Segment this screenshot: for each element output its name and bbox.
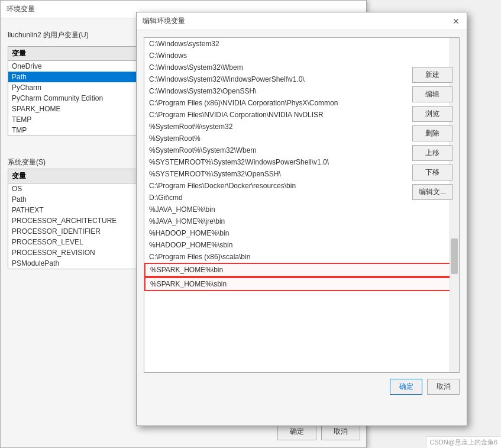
env-window-title: 环境变量 bbox=[7, 4, 35, 14]
path-item-18[interactable]: C:\Program Files (x86)\scala\bin bbox=[144, 251, 459, 263]
browse-button[interactable]: 浏览 bbox=[412, 106, 452, 122]
dialog-confirm-button[interactable]: 确定 bbox=[390, 379, 422, 395]
path-item-0[interactable]: C:\Windows\system32 bbox=[144, 38, 459, 50]
path-item-19[interactable]: %SPARK_HOME%\bin bbox=[144, 263, 459, 277]
edit-button[interactable]: 编辑 bbox=[412, 86, 452, 102]
path-list-wrapper: C:\Windows\system32 C:\Windows C:\Window… bbox=[144, 37, 460, 373]
path-item-16[interactable]: %HADOOP_HOME%\bin bbox=[144, 227, 459, 239]
path-item-17[interactable]: %HADOOP_HOME%\sbin bbox=[144, 239, 459, 251]
scrollbar-thumb[interactable] bbox=[451, 238, 458, 274]
dialog-right-buttons: 新建 编辑 浏览 删除 上移 下移 编辑文... bbox=[412, 67, 452, 200]
edit-text-button[interactable]: 编辑文... bbox=[412, 184, 452, 200]
dialog-titlebar: 编辑环境变量 ✕ bbox=[137, 12, 467, 30]
dialog-content: C:\Windows\system32 C:\Windows C:\Window… bbox=[137, 30, 467, 402]
watermark: CSDN@悬崖上的金鱼6 bbox=[426, 436, 501, 448]
edit-dialog: 编辑环境变量 ✕ C:\Windows\system32 C:\Windows … bbox=[136, 12, 467, 426]
delete-button[interactable]: 删除 bbox=[412, 125, 452, 141]
new-button[interactable]: 新建 bbox=[412, 67, 452, 83]
dialog-title: 编辑环境变量 bbox=[143, 16, 185, 26]
path-item-1[interactable]: C:\Windows bbox=[144, 50, 459, 62]
dialog-bottom-buttons: 确定 取消 bbox=[144, 373, 460, 395]
path-item-14[interactable]: %JAVA_HOME%\bin bbox=[144, 204, 459, 215]
close-icon[interactable]: ✕ bbox=[451, 17, 461, 26]
dialog-cancel-button[interactable]: 取消 bbox=[427, 379, 460, 395]
move-up-button[interactable]: 上移 bbox=[412, 145, 452, 161]
path-item-20[interactable]: %SPARK_HOME%\sbin bbox=[144, 277, 459, 291]
path-item-15[interactable]: %JAVA_HOME%\jre\bin bbox=[144, 215, 459, 227]
move-down-button[interactable]: 下移 bbox=[412, 165, 452, 181]
